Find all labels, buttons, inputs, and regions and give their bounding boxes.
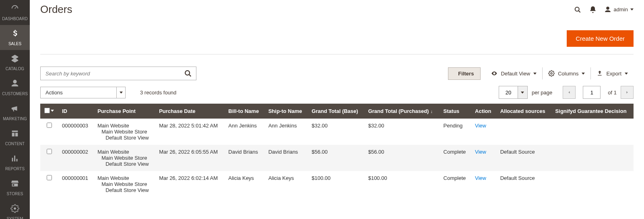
table-cell bbox=[40, 171, 58, 197]
table-cell: 000000002 bbox=[58, 145, 93, 171]
export-button[interactable]: Export bbox=[591, 67, 634, 79]
chevron-down-icon bbox=[51, 110, 54, 112]
sidebar-item-dollar[interactable]: SALES bbox=[0, 25, 30, 50]
table-cell: 000000003 bbox=[58, 119, 93, 145]
column-header[interactable]: Purchase Point bbox=[93, 104, 155, 119]
default-view-label: Default View bbox=[501, 71, 530, 77]
table-cell: Mar 26, 2022 6:05:55 AM bbox=[155, 145, 224, 171]
sidebar-item-system[interactable]: SYSTEM bbox=[0, 200, 30, 219]
column-header[interactable]: Purchase Date bbox=[155, 104, 224, 119]
table-cell: 000000001 bbox=[58, 171, 93, 197]
table-cell: David Brians bbox=[224, 145, 264, 171]
grid-toolbar-1: Filters Default View Columns Export bbox=[40, 67, 634, 80]
export-label: Export bbox=[606, 71, 621, 77]
chevron-down-icon bbox=[630, 8, 634, 10]
filters-button[interactable]: Filters bbox=[448, 67, 481, 80]
table-row[interactable]: 000000002Main WebsiteMain Website StoreD… bbox=[40, 145, 634, 171]
sidebar-item-label: DASHBOARD bbox=[2, 17, 27, 21]
chevron-down-icon bbox=[518, 86, 528, 99]
row-checkbox[interactable] bbox=[47, 175, 52, 180]
table-cell: Pending bbox=[440, 119, 471, 145]
search-submit-icon[interactable] bbox=[184, 69, 192, 79]
row-checkbox[interactable] bbox=[47, 149, 52, 154]
chevron-down-icon bbox=[533, 73, 537, 75]
per-page-label: per page bbox=[532, 90, 552, 96]
table-cell: David Brians bbox=[264, 145, 308, 171]
catalog-icon bbox=[10, 54, 19, 65]
column-header[interactable]: Grand Total (Base) bbox=[308, 104, 364, 119]
table-cell: View bbox=[471, 119, 496, 145]
create-order-button[interactable]: Create New Order bbox=[567, 30, 634, 47]
table-cell bbox=[40, 145, 58, 171]
table-cell bbox=[40, 119, 58, 145]
action-bar: Create New Order bbox=[40, 21, 634, 54]
columns-button[interactable]: Columns bbox=[543, 67, 591, 79]
table-cell: $56.00 bbox=[308, 145, 364, 171]
notifications-icon[interactable] bbox=[589, 6, 597, 14]
mass-actions-label: Actions bbox=[40, 87, 117, 98]
table-cell: Ann Jenkins bbox=[224, 119, 264, 145]
sidebar-item-label: REPORTS bbox=[5, 167, 25, 171]
header-actions: admin bbox=[574, 6, 634, 14]
records-count: 3 records found bbox=[140, 90, 176, 96]
default-view-button[interactable]: Default View bbox=[485, 67, 543, 79]
column-header[interactable]: Bill-to Name bbox=[224, 104, 264, 119]
search-icon[interactable] bbox=[574, 6, 582, 14]
sidebar-item-person[interactable]: CUSTOMERS bbox=[0, 75, 30, 100]
export-icon bbox=[597, 70, 603, 77]
page-size-selector[interactable] bbox=[499, 86, 528, 99]
table-cell: Complete bbox=[440, 145, 471, 171]
table-cell: Alicia Keys bbox=[264, 171, 308, 197]
chevron-left-icon bbox=[567, 90, 572, 95]
table-cell bbox=[551, 119, 634, 145]
chevron-down-icon bbox=[582, 73, 585, 75]
page-number-input[interactable] bbox=[583, 86, 601, 99]
table-cell: Main WebsiteMain Website StoreDefault St… bbox=[93, 119, 155, 145]
column-header[interactable]: ID bbox=[58, 104, 93, 119]
grid-tools: Filters Default View Columns Export bbox=[448, 67, 634, 80]
sidebar-item-megaphone[interactable]: MARKETING bbox=[0, 100, 30, 125]
sidebar-item-reports[interactable]: REPORTS bbox=[0, 150, 30, 175]
user-menu[interactable]: admin bbox=[604, 6, 634, 13]
sidebar: DASHBOARDSALESCATALOGCUSTOMERSMARKETINGC… bbox=[0, 0, 30, 219]
sidebar-item-catalog[interactable]: CATALOG bbox=[0, 50, 30, 75]
page-header: Orders admin bbox=[40, 0, 634, 16]
select-all-checkbox[interactable] bbox=[44, 108, 54, 113]
column-header[interactable]: Ship-to Name bbox=[264, 104, 308, 119]
prev-page-button[interactable] bbox=[563, 86, 576, 99]
svg-point-1 bbox=[575, 7, 579, 11]
column-header[interactable]: Action bbox=[471, 104, 496, 119]
page-size-input[interactable] bbox=[499, 86, 518, 99]
svg-point-0 bbox=[14, 207, 16, 210]
search-container bbox=[40, 67, 196, 80]
row-checkbox[interactable] bbox=[47, 123, 52, 128]
sidebar-item-label: SYSTEM bbox=[6, 217, 23, 219]
content-icon bbox=[10, 129, 19, 140]
grid-toolbar-2: Actions 3 records found per page of 1 bbox=[40, 86, 634, 99]
column-header[interactable]: Grand Total (Purchased)↓ bbox=[364, 104, 440, 119]
column-header[interactable]: Allocated sources bbox=[496, 104, 551, 119]
view-link[interactable]: View bbox=[475, 123, 486, 129]
megaphone-icon bbox=[10, 104, 19, 115]
table-row[interactable]: 000000001Main WebsiteMain Website StoreD… bbox=[40, 171, 634, 197]
next-page-button[interactable] bbox=[621, 86, 634, 99]
sidebar-item-stores[interactable]: STORES bbox=[0, 175, 30, 200]
sidebar-item-label: CONTENT bbox=[5, 142, 25, 146]
table-cell: Default Source bbox=[496, 145, 551, 171]
dollar-icon bbox=[10, 29, 19, 40]
column-header[interactable] bbox=[40, 104, 58, 119]
mass-actions-dropdown[interactable]: Actions bbox=[40, 87, 126, 98]
table-row[interactable]: 000000003Main WebsiteMain Website StoreD… bbox=[40, 119, 634, 145]
column-header[interactable]: Status bbox=[440, 104, 471, 119]
view-link[interactable]: View bbox=[475, 175, 486, 181]
view-link[interactable]: View bbox=[475, 149, 486, 155]
table-cell: $32.00 bbox=[308, 119, 364, 145]
column-header[interactable]: Signifyd Guarantee Decision bbox=[551, 104, 634, 119]
sidebar-item-dashboard[interactable]: DASHBOARD bbox=[0, 0, 30, 25]
sidebar-item-content[interactable]: CONTENT bbox=[0, 125, 30, 150]
search-input[interactable] bbox=[40, 67, 196, 80]
svg-point-3 bbox=[185, 71, 190, 75]
user-icon bbox=[604, 6, 611, 13]
sort-arrow-down-icon: ↓ bbox=[430, 109, 433, 114]
table-cell: Complete bbox=[440, 171, 471, 197]
